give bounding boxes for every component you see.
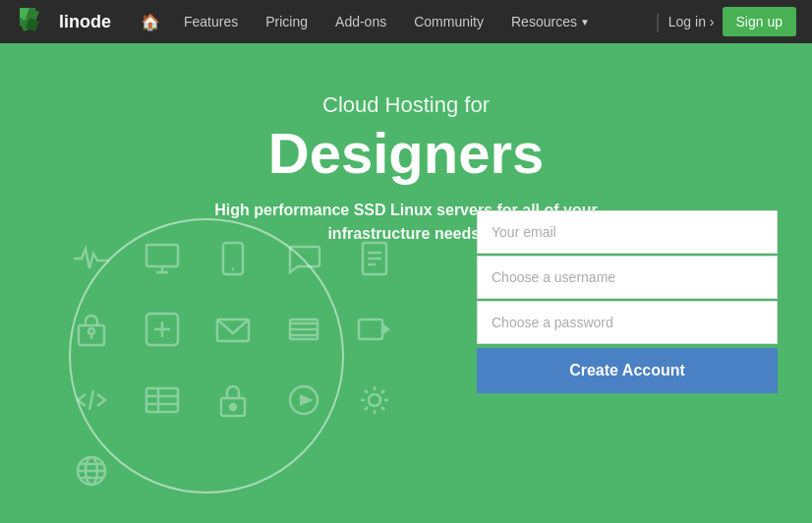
bg-icon-video <box>342 297 407 362</box>
brand-name: linode <box>59 12 111 32</box>
bg-icon-empty4 <box>342 438 407 503</box>
bg-icon-empty3 <box>271 438 336 503</box>
svg-rect-9 <box>146 245 178 266</box>
bg-icon-plus <box>130 297 195 362</box>
nav-features[interactable]: Features <box>170 0 252 43</box>
bg-icon-empty2 <box>201 438 265 503</box>
navbar: linode 🏠 Features Pricing Add-ons Commun… <box>0 0 812 43</box>
svg-point-37 <box>230 404 236 410</box>
nav-links: Features Pricing Add-ons Community Resou… <box>170 0 648 43</box>
hero-subtitle: Cloud Hosting for <box>214 92 597 118</box>
bg-icon-heartbeat <box>59 226 124 291</box>
svg-marker-39 <box>300 394 314 406</box>
bg-icon-globe <box>59 438 124 503</box>
nav-resources[interactable]: Resources ▼ <box>497 0 604 43</box>
bg-icon-bag <box>59 297 124 362</box>
login-link[interactable]: Log in <box>668 14 715 29</box>
bg-icon-gear <box>342 368 407 433</box>
bg-icon-table <box>130 368 195 433</box>
username-input[interactable] <box>477 256 778 299</box>
bg-icon-mail <box>201 297 265 362</box>
dropdown-arrow-icon: ▼ <box>580 17 590 28</box>
brand-logo <box>16 4 51 39</box>
signup-form: Create Account <box>477 210 778 393</box>
bg-icon-empty1 <box>130 438 195 503</box>
password-input[interactable] <box>477 301 778 344</box>
bg-icon-video2 <box>271 368 336 433</box>
hero-title: Designers <box>214 122 597 185</box>
svg-point-40 <box>369 394 380 406</box>
hero-section: Cloud Hosting for Designers High perform… <box>0 43 812 523</box>
svg-line-31 <box>89 390 93 410</box>
home-icon[interactable]: 🏠 <box>131 13 170 31</box>
nav-community[interactable]: Community <box>400 0 497 43</box>
brand[interactable]: linode <box>16 4 111 39</box>
bg-icon-lineitems <box>271 297 336 362</box>
svg-rect-29 <box>359 320 382 339</box>
svg-marker-30 <box>382 323 390 335</box>
nav-pricing[interactable]: Pricing <box>252 0 321 43</box>
create-account-button[interactable]: Create Account <box>477 348 778 393</box>
nav-divider: | <box>656 11 661 33</box>
bg-icon-code <box>59 368 124 433</box>
nav-addons[interactable]: Add-ons <box>321 0 400 43</box>
bg-icon-monitor <box>130 226 195 291</box>
svg-rect-32 <box>146 388 178 412</box>
signup-button[interactable]: Sign up <box>723 7 796 36</box>
bg-icon-grid <box>59 226 407 503</box>
svg-point-19 <box>88 328 94 334</box>
nav-right: Log in Sign up <box>668 7 796 36</box>
email-input[interactable] <box>477 210 778 254</box>
bg-icon-lock <box>201 368 265 433</box>
